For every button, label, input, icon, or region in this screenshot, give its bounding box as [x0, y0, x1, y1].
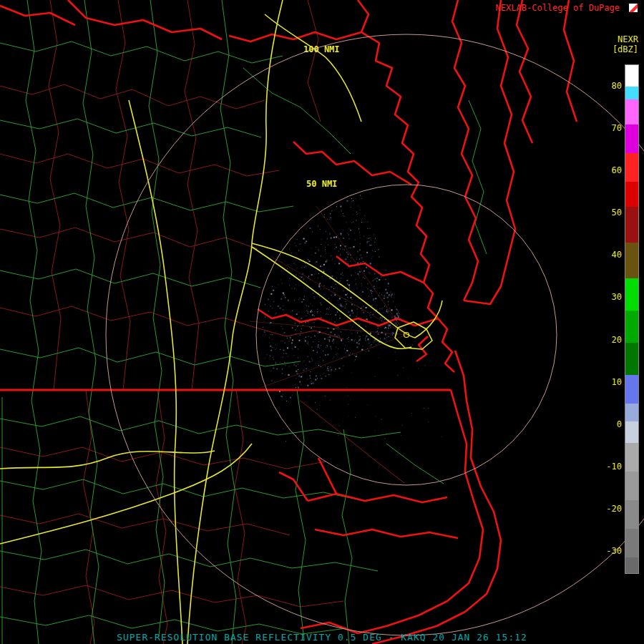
product-title: SUPER-RESOLUTION BASE REFLECTIVITY 0.5 D… [0, 632, 644, 643]
radar-display: 50 NMI100 NMI NEXLAB-College of DuPage N… [0, 0, 644, 644]
cod-logo-icon [628, 3, 638, 13]
colorbar-segment [625, 421, 638, 443]
colorbar-segment [625, 557, 638, 573]
branding-text: NEXLAB-College of DuPage [496, 3, 620, 13]
radar-map-canvas [0, 0, 644, 644]
colorbar-segment [625, 65, 638, 87]
colorbar-segment [625, 404, 638, 421]
radar-echo-layer [263, 195, 442, 442]
colorbar-segment [625, 243, 638, 278]
colorbar-segment [625, 207, 638, 243]
coastline-layer [0, 0, 577, 644]
range-ring-label: 100 NMI [303, 44, 340, 54]
colorbar [625, 64, 639, 574]
colorbar-segment [625, 472, 638, 500]
highways-layer [0, 0, 442, 644]
colorbar-segment [625, 343, 638, 375]
range-rings-layer [106, 34, 644, 635]
colorbar-segment [625, 125, 638, 153]
range-ring-label: 50 NMI [306, 179, 337, 189]
colorbar-segment [625, 443, 638, 472]
colorbar-segment [625, 99, 638, 125]
radar-radials-layer [250, 206, 406, 389]
colorbar-segment [625, 153, 638, 182]
range-ring [106, 34, 644, 635]
colorbar-units-label: [dBZ] [595, 44, 638, 54]
colorbar-segment [625, 278, 638, 311]
colorbar-product-label: NEXR [595, 34, 638, 44]
colorbar-segment [625, 87, 638, 99]
colorbar-segment [625, 311, 638, 343]
colorbar-segment [625, 500, 638, 529]
county-lines-layer [0, 0, 404, 644]
colorbar-segment [625, 375, 638, 404]
colorbar-segment [625, 529, 638, 557]
colorbar-segment [625, 182, 638, 207]
